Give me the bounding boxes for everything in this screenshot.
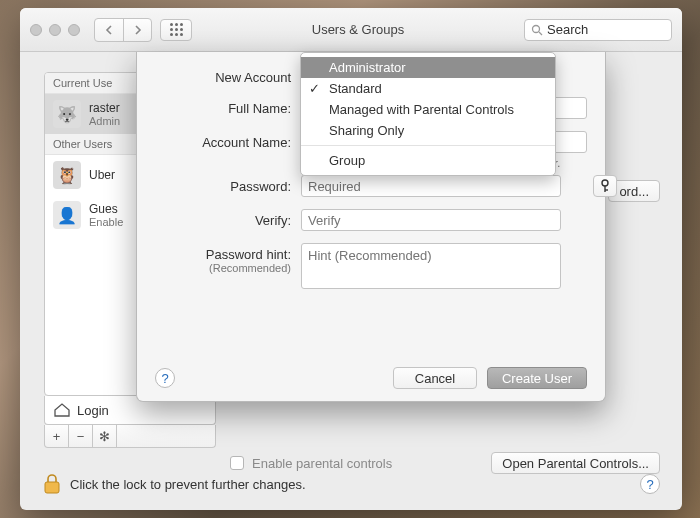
menu-item-sharing[interactable]: Sharing Only — [301, 120, 555, 141]
avatar: 👤 — [53, 201, 81, 229]
login-label: Login — [77, 403, 109, 418]
minimize-dot[interactable] — [49, 24, 61, 36]
password-input[interactable] — [301, 175, 561, 197]
lock-icon[interactable] — [42, 472, 62, 496]
account-type-menu[interactable]: Administrator ✓Standard Managed with Par… — [300, 52, 556, 176]
nav-segment — [94, 18, 152, 42]
zoom-dot[interactable] — [68, 24, 80, 36]
full-name-label: Full Name: — [155, 97, 301, 116]
account-name-label: Account Name: — [155, 131, 301, 150]
svg-rect-2 — [45, 482, 59, 493]
user-name: raster — [89, 101, 120, 115]
user-name: Uber — [89, 168, 115, 182]
lock-row: Click the lock to prevent further change… — [42, 472, 660, 496]
svg-point-3 — [602, 180, 608, 186]
menu-item-administrator[interactable]: Administrator — [301, 57, 555, 78]
user-sub: Enable — [89, 216, 123, 228]
cancel-button[interactable]: Cancel — [393, 367, 477, 389]
user-name: Gues — [89, 202, 123, 216]
house-icon — [53, 402, 71, 418]
help-button[interactable]: ? — [640, 474, 660, 494]
sheet-help-button[interactable]: ? — [155, 368, 175, 388]
hint-label: Password hint:(Recommended) — [155, 243, 301, 274]
search-placeholder: Search — [547, 22, 588, 37]
menu-item-standard[interactable]: ✓Standard — [301, 78, 555, 99]
new-account-label: New Account — [155, 66, 301, 85]
check-icon: ✓ — [309, 81, 320, 96]
user-role: Admin — [89, 115, 120, 127]
grid-icon — [170, 23, 183, 36]
titlebar: Users & Groups Search — [20, 8, 682, 52]
key-icon — [599, 179, 611, 193]
verify-input[interactable] — [301, 209, 561, 231]
sidebar-toolbar: + − ✻ — [44, 425, 216, 448]
menu-item-managed[interactable]: Managed with Parental Controls — [301, 99, 555, 120]
menu-item-group[interactable]: Group — [301, 150, 555, 171]
traffic-lights — [30, 24, 80, 36]
create-user-button[interactable]: Create User — [487, 367, 587, 389]
window-title: Users & Groups — [200, 22, 516, 37]
forward-button[interactable] — [123, 19, 151, 41]
svg-point-0 — [533, 25, 540, 32]
add-user-button[interactable]: + — [45, 425, 69, 447]
parental-row: Enable parental controls Open Parental C… — [230, 452, 660, 474]
svg-line-1 — [539, 32, 542, 35]
show-all-button[interactable] — [160, 19, 192, 41]
prefs-window: Users & Groups Search Current Use 🐺 rast… — [20, 8, 682, 510]
password-label: Password: — [155, 175, 301, 194]
lock-text: Click the lock to prevent further change… — [70, 477, 306, 492]
close-dot[interactable] — [30, 24, 42, 36]
verify-label: Verify: — [155, 209, 301, 228]
search-icon — [531, 24, 543, 36]
hint-input[interactable] — [301, 243, 561, 289]
enable-parental-label: Enable parental controls — [252, 456, 392, 471]
open-parental-button[interactable]: Open Parental Controls... — [491, 452, 660, 474]
password-key-button[interactable] — [593, 175, 617, 197]
enable-parental-checkbox[interactable] — [230, 456, 244, 470]
actions-button[interactable]: ✻ — [93, 425, 117, 447]
remove-user-button[interactable]: − — [69, 425, 93, 447]
search-input[interactable]: Search — [524, 19, 672, 41]
avatar: 🐺 — [53, 100, 81, 128]
avatar: 🦉 — [53, 161, 81, 189]
back-button[interactable] — [95, 19, 123, 41]
